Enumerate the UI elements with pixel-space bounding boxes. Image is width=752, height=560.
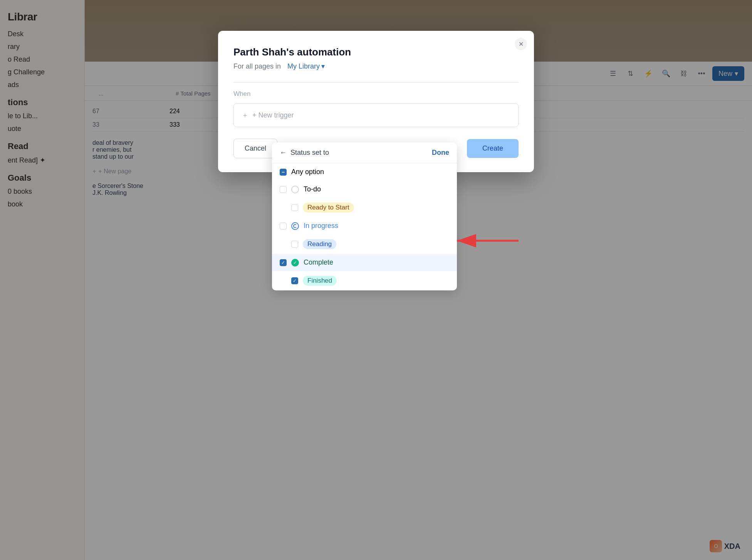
dropdown-header-left: ← Status set to	[280, 149, 329, 157]
checkbox-in-progress	[280, 223, 287, 230]
progress-icon	[291, 222, 299, 230]
automation-dialog: ✕ Parth Shah's automation For all pages …	[218, 31, 534, 172]
checkbox-reading	[291, 241, 298, 248]
done-button[interactable]: Done	[432, 149, 449, 157]
dropdown-item-todo[interactable]: To-do	[272, 181, 457, 198]
new-trigger-button[interactable]: ＋ + New trigger	[233, 103, 519, 127]
reading-tag: Reading	[303, 239, 336, 249]
create-button[interactable]: Create	[467, 139, 519, 158]
dialog-overlay: ✕ Parth Shah's automation For all pages …	[0, 0, 752, 560]
cancel-button[interactable]: Cancel	[233, 139, 277, 158]
dropdown-item-ready[interactable]: Ready to Start	[272, 198, 457, 217]
dropdown-item-in-progress[interactable]: In progress	[272, 217, 457, 235]
todo-icon	[291, 186, 299, 193]
divider	[233, 82, 519, 82]
ready-tag: Ready to Start	[303, 203, 354, 213]
finished-tag: Finished	[303, 276, 337, 286]
status-set-to-label: Status set to	[290, 149, 329, 157]
dialog-subtitle: For all pages in My Library ▾	[233, 62, 519, 70]
close-icon: ✕	[519, 40, 524, 48]
chevron-down-icon: ▾	[321, 62, 325, 70]
dropdown-item-any[interactable]: − Any option	[272, 163, 457, 181]
checkbox-complete: ✓	[280, 259, 287, 266]
checkbox-ready	[291, 204, 298, 211]
complete-label: Complete	[304, 258, 333, 267]
complete-icon: ✓	[291, 259, 299, 267]
plus-icon: ＋	[242, 111, 248, 120]
when-label: When	[233, 90, 519, 98]
checkbox-todo	[280, 186, 287, 193]
in-progress-label: In progress	[304, 222, 338, 230]
library-link[interactable]: My Library ▾	[287, 62, 325, 70]
checkbox-any: −	[280, 169, 287, 176]
dropdown-item-reading[interactable]: Reading	[272, 235, 457, 254]
close-button[interactable]: ✕	[515, 38, 527, 50]
dropdown-item-complete[interactable]: ✓ ✓ Complete	[272, 254, 457, 271]
dropdown-header: ← Status set to Done	[272, 143, 457, 163]
back-icon[interactable]: ←	[280, 149, 287, 157]
dropdown-item-finished[interactable]: ✓ Finished	[272, 271, 457, 290]
status-dropdown: ← Status set to Done − Any option To-do	[272, 143, 457, 290]
checkbox-finished: ✓	[291, 277, 298, 284]
dialog-title: Parth Shah's automation	[233, 46, 519, 58]
